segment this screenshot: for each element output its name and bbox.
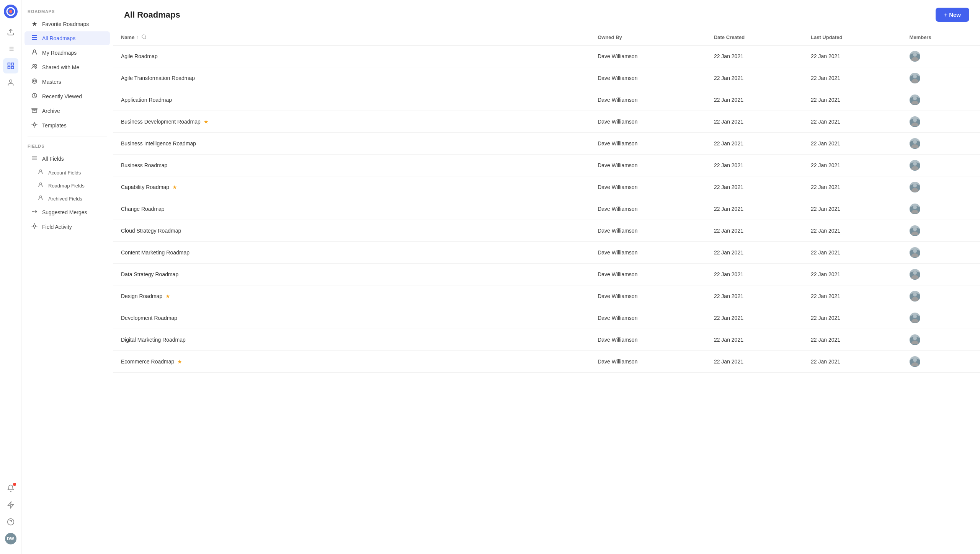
- list-icon[interactable]: [3, 41, 18, 57]
- sidebar-item-account-fields[interactable]: Account Fields: [24, 166, 110, 179]
- sidebar-item-all-roadmaps[interactable]: All Roadmaps: [24, 31, 110, 45]
- svg-point-59: [913, 293, 917, 297]
- archived-field-icon: [37, 195, 44, 202]
- members-cell: [902, 220, 980, 242]
- col-members: Members: [902, 29, 980, 46]
- sidebar-divider: [28, 137, 107, 137]
- roadmap-name: Development Roadmap: [121, 315, 177, 321]
- table-row[interactable]: Data Strategy RoadmapDave Williamson22 J…: [113, 264, 980, 285]
- roadmaps-table-container: Name ↑ Owned By Date Created Last Update…: [113, 29, 980, 554]
- sidebar-item-label: Masters: [42, 79, 61, 85]
- contact-icon[interactable]: [3, 75, 18, 90]
- name-cell: Design Roadmap★: [113, 285, 590, 307]
- owner-cell: Dave Williamson: [590, 242, 706, 264]
- table-header-row: Name ↑ Owned By Date Created Last Update…: [113, 29, 980, 46]
- lightning-icon[interactable]: [3, 497, 18, 513]
- archive-icon: [31, 107, 38, 115]
- table-row[interactable]: Application RoadmapDave Williamson22 Jan…: [113, 89, 980, 111]
- member-avatar: [910, 182, 920, 192]
- svg-point-2: [9, 10, 12, 13]
- svg-rect-9: [8, 63, 10, 65]
- roadmap-field-icon: [37, 182, 44, 189]
- favorite-star-icon[interactable]: ★: [172, 184, 177, 190]
- favorite-star-icon[interactable]: ★: [177, 358, 182, 365]
- date-created-cell: 22 Jan 2021: [706, 329, 803, 351]
- roadmap-name: Business Development Roadmap: [121, 119, 201, 125]
- sidebar-item-all-fields[interactable]: All Fields: [24, 152, 110, 166]
- table-row[interactable]: Digital Marketing RoadmapDave Williamson…: [113, 329, 980, 351]
- member-avatar: [910, 247, 920, 258]
- sidebar-item-field-activity[interactable]: Field Activity: [24, 220, 110, 234]
- sidebar-item-archive[interactable]: Archive: [24, 104, 110, 118]
- svg-point-21: [35, 65, 37, 67]
- name-cell: Cloud Strategy Roadmap: [113, 220, 590, 242]
- member-avatar: [910, 138, 920, 149]
- table-row[interactable]: Business Intelligence RoadmapDave Willia…: [113, 133, 980, 155]
- sidebar-item-label: Recently Viewed: [42, 93, 82, 99]
- svg-point-57: [913, 271, 917, 275]
- member-avatar: [910, 291, 920, 301]
- roadmap-icon[interactable]: [3, 58, 18, 73]
- sidebar-item-masters[interactable]: Masters: [24, 75, 110, 89]
- member-avatar: [910, 51, 920, 62]
- table-row[interactable]: Business Development Roadmap★Dave Willia…: [113, 111, 980, 133]
- sidebar-item-shared-with-me[interactable]: Shared with Me: [24, 60, 110, 74]
- last-updated-cell: 22 Jan 2021: [803, 242, 902, 264]
- date-created-cell: 22 Jan 2021: [706, 307, 803, 329]
- owner-cell: Dave Williamson: [590, 155, 706, 176]
- sidebar-item-suggested-merges[interactable]: Suggested Merges: [24, 205, 110, 219]
- new-button[interactable]: + New: [936, 8, 969, 22]
- fields-list-icon: [31, 155, 38, 163]
- member-avatar: [910, 160, 920, 171]
- table-row[interactable]: Content Marketing RoadmapDave Williamson…: [113, 242, 980, 264]
- favorite-star-icon[interactable]: ★: [165, 293, 170, 299]
- member-avatar: [910, 204, 920, 214]
- name-cell: Change Roadmap: [113, 198, 590, 220]
- member-avatar: [910, 225, 920, 236]
- table-row[interactable]: Cloud Strategy RoadmapDave Williamson22 …: [113, 220, 980, 242]
- sidebar-item-archived-fields[interactable]: Archived Fields: [24, 192, 110, 205]
- members-cell: [902, 242, 980, 264]
- member-avatar: [910, 313, 920, 323]
- sidebar-item-recently-viewed[interactable]: Recently Viewed: [24, 90, 110, 103]
- table-row[interactable]: Design Roadmap★Dave Williamson22 Jan 202…: [113, 285, 980, 307]
- last-updated-cell: 22 Jan 2021: [803, 307, 902, 329]
- svg-point-22: [32, 79, 37, 83]
- table-row[interactable]: Agile RoadmapDave Williamson22 Jan 20212…: [113, 46, 980, 67]
- svg-point-13: [9, 80, 12, 83]
- help-icon[interactable]: [3, 514, 18, 530]
- table-row[interactable]: Development RoadmapDave Williamson22 Jan…: [113, 307, 980, 329]
- table-row[interactable]: Business RoadmapDave Williamson22 Jan 20…: [113, 155, 980, 176]
- last-updated-cell: 22 Jan 2021: [803, 67, 902, 89]
- sort-ascending-icon[interactable]: ↑: [136, 35, 138, 40]
- sidebar-item-label: Field Activity: [42, 224, 72, 230]
- svg-point-61: [913, 314, 917, 318]
- svg-rect-27: [32, 156, 37, 156]
- upload-icon[interactable]: [3, 24, 18, 40]
- main-content: All Roadmaps + New Name ↑ Owned By: [113, 0, 980, 554]
- sidebar-item-roadmap-fields[interactable]: Roadmap Fields: [24, 179, 110, 192]
- sidebar-item-templates[interactable]: Templates: [24, 119, 110, 132]
- owner-cell: Dave Williamson: [590, 264, 706, 285]
- table-row[interactable]: Change RoadmapDave Williamson22 Jan 2021…: [113, 198, 980, 220]
- col-date-created: Date Created: [706, 29, 803, 46]
- table-row[interactable]: Capability Roadmap★Dave Williamson22 Jan…: [113, 176, 980, 198]
- table-row[interactable]: Agile Transformation RoadmapDave William…: [113, 67, 980, 89]
- svg-point-32: [39, 196, 41, 198]
- notification-icon[interactable]: [3, 481, 18, 496]
- user-avatar[interactable]: DW: [3, 531, 18, 546]
- table-row[interactable]: Ecommerce Roadmap★Dave Williamson22 Jan …: [113, 351, 980, 373]
- members-cell: [902, 176, 980, 198]
- name-cell: Agile Transformation Roadmap: [113, 67, 590, 89]
- member-avatar: [910, 269, 920, 280]
- owner-cell: Dave Williamson: [590, 67, 706, 89]
- sidebar-item-my-roadmaps[interactable]: My Roadmaps: [24, 46, 110, 60]
- name-cell: Business Intelligence Roadmap: [113, 133, 590, 155]
- favorite-star-icon[interactable]: ★: [204, 119, 209, 125]
- member-avatar: [910, 73, 920, 83]
- sidebar-item-favorite-roadmaps[interactable]: ★ Favorite Roadmaps: [24, 17, 110, 31]
- search-icon[interactable]: [141, 34, 147, 41]
- svg-point-34: [142, 35, 145, 38]
- members-cell: [902, 351, 980, 373]
- sidebar-item-label: All Fields: [42, 156, 64, 162]
